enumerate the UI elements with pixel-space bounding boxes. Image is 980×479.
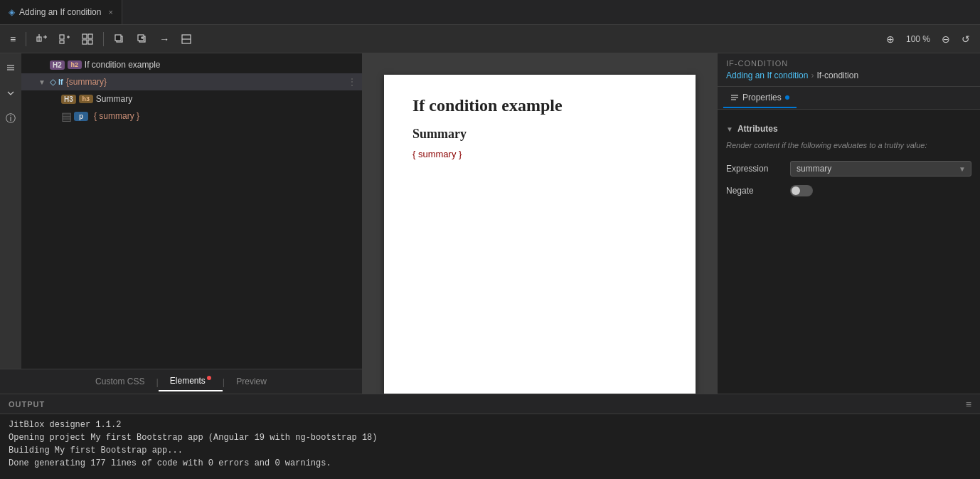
sidebar-arrow-icon[interactable] bbox=[2, 85, 19, 102]
expression-select[interactable]: summary title content description bbox=[790, 161, 971, 177]
right-panel-header: IF-CONDITION Adding an If condition › If… bbox=[718, 53, 980, 87]
breadcrumb-current: If-condition bbox=[816, 70, 858, 80]
negate-value-container bbox=[790, 185, 971, 196]
bottom-tabs: Custom CSS | Elements | Preview bbox=[0, 369, 362, 394]
toolbar-separator-1 bbox=[26, 32, 26, 46]
output-title: OUTPUT bbox=[9, 400, 45, 409]
output-line-2: Opening project My first Bootstrap app (… bbox=[9, 431, 971, 444]
tab-properties[interactable]: Properties bbox=[723, 88, 797, 108]
tree-badge-p: p bbox=[74, 112, 88, 121]
tab-close-button[interactable]: × bbox=[108, 8, 112, 16]
output-line-3: Building My first Bootstrap app... bbox=[9, 444, 971, 457]
square-button[interactable] bbox=[176, 31, 196, 48]
tree-inner-badge-h3: h3 bbox=[79, 95, 93, 103]
tab-bar: ◈ Adding an If condition × bbox=[0, 0, 980, 25]
left-sidebar: ⓘ bbox=[0, 53, 21, 369]
tab-elements[interactable]: Elements bbox=[159, 372, 223, 391]
output-menu-button[interactable]: ≡ bbox=[966, 399, 971, 410]
toolbar: ≡ → ⊕ 100 % ⊖ ↺ bbox=[0, 25, 980, 53]
refresh-button[interactable]: ↺ bbox=[957, 31, 974, 48]
right-panel-section-title: IF-CONDITION bbox=[726, 59, 971, 68]
preview-h3: Summary bbox=[412, 127, 667, 142]
svg-rect-13 bbox=[115, 35, 121, 41]
tab-preview[interactable]: Preview bbox=[225, 372, 278, 391]
if-diamond-icon: ◇ bbox=[50, 77, 56, 87]
svg-rect-4 bbox=[60, 35, 64, 39]
tree-item-h3[interactable]: H3 h3 Summary bbox=[21, 90, 362, 107]
tree-item-p[interactable]: ▤ p { summary } bbox=[21, 107, 362, 125]
tree-more-if[interactable]: ⋮ bbox=[348, 77, 356, 87]
tree-item-h2[interactable]: H2 h2 If condition example bbox=[21, 56, 362, 73]
expression-row: Expression summary title content descrip… bbox=[718, 157, 980, 181]
grid-button[interactable] bbox=[78, 31, 97, 48]
duplicate2-button[interactable] bbox=[132, 31, 152, 48]
tree-toggle-if[interactable]: ▼ bbox=[38, 78, 50, 86]
breadcrumb-separator: › bbox=[811, 70, 814, 80]
svg-rect-8 bbox=[82, 34, 87, 38]
properties-dot bbox=[785, 95, 789, 100]
elements-dot bbox=[207, 376, 211, 380]
toolbar-separator-2 bbox=[103, 32, 104, 46]
left-panel-inner: ⓘ H2 h2 If condition example ▼ ◇ If bbox=[0, 53, 362, 369]
tree-doc-icon: ▤ bbox=[61, 110, 72, 123]
tree-badge-if: If bbox=[58, 78, 63, 86]
tree-badge-h3: H3 bbox=[61, 95, 76, 104]
active-tab[interactable]: ◈ Adding an If condition × bbox=[0, 0, 122, 24]
add-child-button[interactable] bbox=[32, 31, 52, 48]
attributes-section: ▼ Attributes Render content if the follo… bbox=[718, 117, 980, 204]
tab-icon: ◈ bbox=[9, 7, 15, 17]
hamburger-button[interactable]: ≡ bbox=[6, 31, 20, 48]
tab-label: Adding an If condition bbox=[19, 7, 101, 17]
zoom-in-button[interactable]: ⊕ bbox=[882, 31, 899, 48]
add-sibling-button[interactable] bbox=[55, 31, 75, 48]
output-line-4: Done generating 177 lines of code with 0… bbox=[9, 457, 971, 470]
right-panel-body: ▼ Attributes Render content if the follo… bbox=[718, 110, 980, 394]
attributes-title: Attributes bbox=[737, 124, 778, 134]
duplicate-button[interactable] bbox=[110, 31, 129, 48]
preview-h2: If condition example bbox=[412, 96, 667, 115]
negate-label: Negate bbox=[726, 186, 783, 196]
attributes-header[interactable]: ▼ Attributes bbox=[718, 120, 980, 138]
main-area: ⓘ H2 h2 If condition example ▼ ◇ If bbox=[0, 53, 980, 394]
output-header: OUTPUT ≡ bbox=[0, 394, 980, 414]
svg-rect-9 bbox=[88, 34, 92, 38]
attributes-description: Render content if the following evaluate… bbox=[718, 138, 980, 157]
svg-rect-5 bbox=[60, 41, 64, 43]
output-line-1: JitBlox designer 1.1.2 bbox=[9, 419, 971, 431]
zoom-out-button[interactable]: ⊖ bbox=[937, 31, 954, 48]
tree-item-if[interactable]: ▼ ◇ If {summary} ⋮ bbox=[21, 73, 362, 90]
svg-rect-10 bbox=[82, 40, 87, 44]
right-panel-tabs: Properties bbox=[718, 87, 980, 110]
expression-label: Expression bbox=[726, 164, 783, 174]
breadcrumb: Adding an If condition › If-condition bbox=[726, 70, 971, 80]
center-panel: If condition example Summary { summary } bbox=[363, 53, 717, 394]
toggle-knob bbox=[792, 186, 800, 195]
expression-select-wrapper: summary title content description ▼ bbox=[790, 161, 971, 177]
negate-row: Negate bbox=[718, 181, 980, 201]
element-tree: H2 h2 If condition example ▼ ◇ If {summa… bbox=[21, 53, 362, 369]
sidebar-info-icon[interactable]: ⓘ bbox=[2, 110, 19, 127]
output-panel: OUTPUT ≡ JitBlox designer 1.1.2 Opening … bbox=[0, 394, 980, 479]
tree-label-h2: If condition example bbox=[85, 60, 161, 70]
zoom-level: 100 % bbox=[902, 34, 934, 44]
tree-badge-h2: H2 bbox=[50, 60, 65, 70]
preview-area: If condition example Summary { summary } bbox=[363, 53, 717, 394]
breadcrumb-parent[interactable]: Adding an If condition bbox=[726, 70, 808, 80]
negate-toggle[interactable] bbox=[790, 185, 813, 196]
expression-value-container: summary title content description ▼ bbox=[790, 161, 971, 177]
left-panel: ⓘ H2 h2 If condition example ▼ ◇ If bbox=[0, 53, 363, 394]
tab-custom-css[interactable]: Custom CSS bbox=[84, 372, 156, 391]
svg-rect-11 bbox=[88, 40, 92, 44]
attributes-chevron: ▼ bbox=[726, 125, 733, 133]
output-body: JitBlox designer 1.1.2 Opening project M… bbox=[0, 414, 980, 479]
sidebar-layers-icon[interactable] bbox=[2, 59, 19, 76]
preview-page: If condition example Summary { summary } bbox=[384, 75, 696, 394]
arrow-right-button[interactable]: → bbox=[155, 31, 174, 48]
right-panel: IF-CONDITION Adding an If condition › If… bbox=[717, 53, 980, 394]
tree-label-if: {summary} bbox=[66, 77, 107, 87]
preview-template-expression: { summary } bbox=[412, 149, 667, 159]
tree-inner-badge-h2: h2 bbox=[68, 60, 82, 69]
tree-label-p: { summary } bbox=[94, 111, 139, 121]
properties-tab-label: Properties bbox=[742, 93, 782, 102]
tree-label-h3: Summary bbox=[96, 94, 132, 104]
